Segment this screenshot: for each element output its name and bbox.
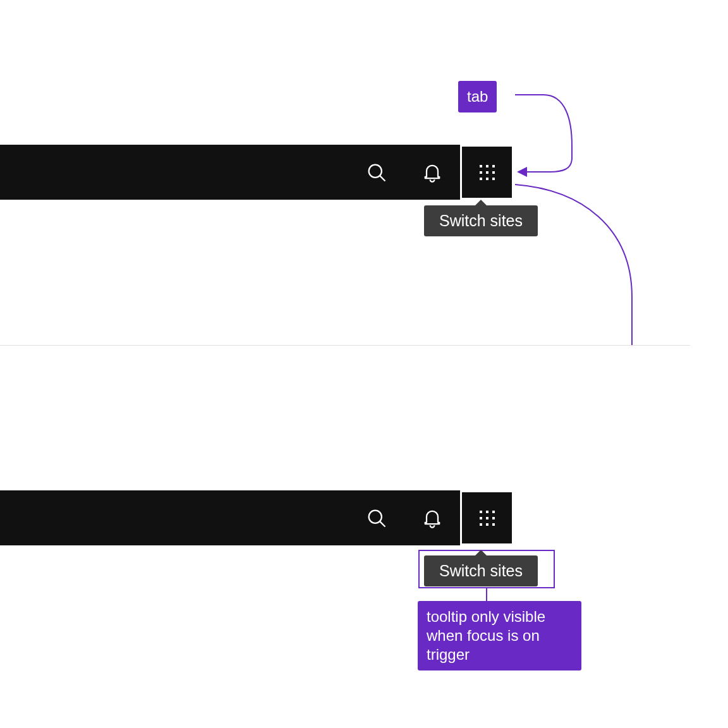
annotation-tab-label: tab [458,81,497,112]
bell-icon [421,161,444,184]
page-divider [0,345,690,346]
tooltip-top: Switch sites [424,205,538,236]
tooltip-text: Switch sites [439,562,523,579]
svg-rect-19 [480,523,482,526]
header-top [0,145,514,200]
svg-rect-3 [486,165,488,167]
svg-rect-17 [486,517,488,519]
notifications-button[interactable] [404,145,460,200]
annotation-tooltip-note: tooltip only visible when focus is on tr… [418,601,581,670]
header-bottom [0,490,514,545]
svg-line-1 [380,176,385,181]
annotation-text: tooltip only visible when focus is on tr… [427,608,545,663]
svg-line-12 [380,521,385,526]
svg-rect-5 [480,171,482,174]
search-icon [365,161,388,184]
svg-rect-16 [480,517,482,519]
svg-rect-2 [480,165,482,167]
svg-point-11 [369,510,382,523]
svg-rect-8 [480,178,482,180]
bell-icon [421,507,444,530]
search-button[interactable] [349,490,404,545]
grid-icon [478,509,497,528]
svg-rect-20 [486,523,488,526]
app-switcher-button[interactable] [460,145,514,200]
tooltip-bottom: Switch sites [424,555,538,586]
app-switcher-button[interactable] [460,490,514,545]
svg-rect-4 [492,165,495,167]
svg-rect-9 [486,178,488,180]
svg-rect-10 [492,178,495,180]
svg-rect-14 [486,511,488,513]
notifications-button[interactable] [404,490,460,545]
svg-rect-13 [480,511,482,513]
svg-rect-7 [492,171,495,174]
connector-lines [0,0,728,728]
svg-rect-15 [492,511,495,513]
svg-point-0 [369,164,382,177]
svg-rect-21 [492,523,495,526]
tooltip-text: Switch sites [439,212,523,229]
svg-marker-22 [517,167,527,177]
svg-rect-6 [486,171,488,174]
svg-rect-18 [492,517,495,519]
search-icon [365,507,388,530]
annotation-text: tab [467,88,488,105]
search-button[interactable] [349,145,404,200]
grid-icon [478,163,497,182]
